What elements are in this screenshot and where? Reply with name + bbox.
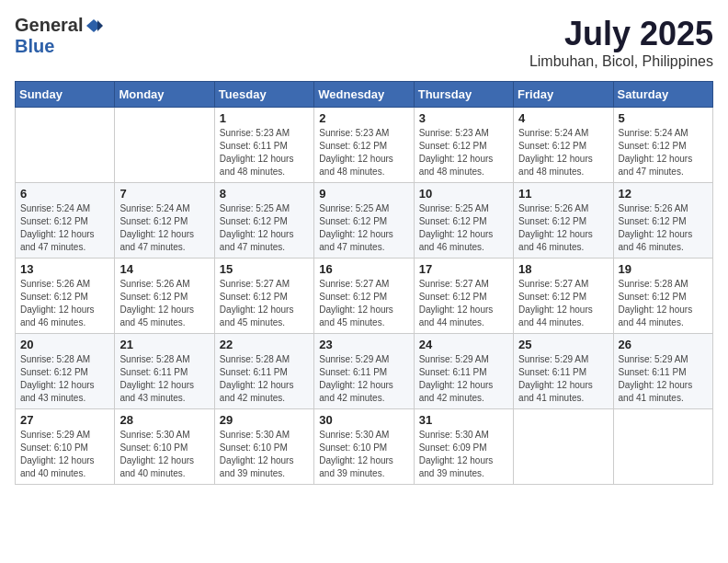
- day-number: 16: [319, 262, 408, 276]
- sunrise-text: Sunrise: 5:26 AM: [119, 278, 209, 291]
- day-info: Sunrise: 5:26 AM Sunset: 6:12 PM Dayligh…: [119, 278, 209, 329]
- day-info: Sunrise: 5:29 AM Sunset: 6:11 PM Dayligh…: [518, 353, 608, 405]
- table-row: 8 Sunrise: 5:25 AM Sunset: 6:12 PM Dayli…: [214, 183, 313, 259]
- daylight-text: Daylight: 12 hours and 48 minutes.: [419, 153, 508, 178]
- page-header: General Blue July 2025 Limbuhan, Bicol, …: [15, 15, 713, 70]
- table-row: 30 Sunrise: 5:30 AM Sunset: 6:10 PM Dayl…: [314, 409, 414, 485]
- col-saturday: Saturday: [613, 82, 712, 108]
- sunset-text: Sunset: 6:12 PM: [220, 215, 309, 228]
- sunset-text: Sunset: 6:12 PM: [20, 215, 109, 228]
- daylight-text: Daylight: 12 hours and 47 minutes.: [319, 228, 408, 254]
- day-number: 26: [619, 338, 708, 351]
- sunrise-text: Sunrise: 5:24 AM: [119, 202, 209, 215]
- table-row: 16 Sunrise: 5:27 AM Sunset: 6:12 PM Dayl…: [314, 259, 414, 334]
- col-sunday: Sunday: [16, 82, 115, 108]
- table-row: 13 Sunrise: 5:26 AM Sunset: 6:12 PM Dayl…: [16, 259, 115, 334]
- table-row: [613, 409, 712, 485]
- day-number: 17: [419, 262, 508, 276]
- calendar-header-row: Sunday Monday Tuesday Wednesday Thursday…: [16, 82, 713, 108]
- logo-general-text: General: [15, 15, 83, 36]
- sunset-text: Sunset: 6:12 PM: [419, 215, 508, 228]
- day-info: Sunrise: 5:24 AM Sunset: 6:12 PM Dayligh…: [518, 127, 608, 178]
- day-info: Sunrise: 5:30 AM Sunset: 6:10 PM Dayligh…: [220, 429, 309, 480]
- table-row: 22 Sunrise: 5:28 AM Sunset: 6:11 PM Dayl…: [214, 334, 313, 409]
- daylight-text: Daylight: 12 hours and 43 minutes.: [119, 379, 209, 405]
- sunrise-text: Sunrise: 5:24 AM: [619, 127, 708, 140]
- day-info: Sunrise: 5:29 AM Sunset: 6:11 PM Dayligh…: [619, 353, 708, 405]
- sunset-text: Sunset: 6:12 PM: [220, 291, 309, 304]
- daylight-text: Daylight: 12 hours and 48 minutes.: [518, 153, 608, 178]
- table-row: [514, 409, 613, 485]
- col-friday: Friday: [514, 82, 613, 108]
- sunset-text: Sunset: 6:12 PM: [419, 291, 508, 304]
- sunset-text: Sunset: 6:12 PM: [518, 140, 608, 153]
- table-row: 7 Sunrise: 5:24 AM Sunset: 6:12 PM Dayli…: [115, 183, 214, 259]
- sunrise-text: Sunrise: 5:23 AM: [319, 127, 408, 140]
- day-number: 21: [119, 338, 209, 351]
- daylight-text: Daylight: 12 hours and 39 minutes.: [220, 454, 309, 480]
- daylight-text: Daylight: 12 hours and 44 minutes.: [518, 304, 608, 329]
- daylight-text: Daylight: 12 hours and 47 minutes.: [20, 228, 109, 254]
- day-number: 5: [619, 111, 708, 125]
- sunrise-text: Sunrise: 5:28 AM: [619, 278, 708, 291]
- table-row: 23 Sunrise: 5:29 AM Sunset: 6:11 PM Dayl…: [314, 334, 414, 409]
- logo-flag-icon: [85, 18, 103, 33]
- day-number: 1: [220, 111, 309, 125]
- table-row: 21 Sunrise: 5:28 AM Sunset: 6:11 PM Dayl…: [115, 334, 214, 409]
- logo-blue-text: Blue: [15, 36, 54, 57]
- table-row: 29 Sunrise: 5:30 AM Sunset: 6:10 PM Dayl…: [214, 409, 313, 485]
- day-number: 19: [619, 262, 708, 276]
- table-row: 14 Sunrise: 5:26 AM Sunset: 6:12 PM Dayl…: [115, 259, 214, 334]
- sunset-text: Sunset: 6:12 PM: [619, 215, 708, 228]
- day-info: Sunrise: 5:29 AM Sunset: 6:11 PM Dayligh…: [319, 353, 408, 405]
- day-number: 28: [119, 413, 209, 427]
- daylight-text: Daylight: 12 hours and 46 minutes.: [419, 228, 508, 254]
- sunrise-text: Sunrise: 5:25 AM: [319, 202, 408, 215]
- day-number: 24: [419, 338, 508, 351]
- sunset-text: Sunset: 6:12 PM: [119, 291, 209, 304]
- daylight-text: Daylight: 12 hours and 41 minutes.: [619, 379, 708, 405]
- calendar-table: Sunday Monday Tuesday Wednesday Thursday…: [15, 81, 713, 485]
- day-info: Sunrise: 5:25 AM Sunset: 6:12 PM Dayligh…: [220, 202, 309, 254]
- day-number: 22: [220, 338, 309, 351]
- sunrise-text: Sunrise: 5:30 AM: [220, 429, 309, 442]
- table-row: 2 Sunrise: 5:23 AM Sunset: 6:12 PM Dayli…: [314, 108, 414, 183]
- col-thursday: Thursday: [414, 82, 513, 108]
- day-info: Sunrise: 5:30 AM Sunset: 6:09 PM Dayligh…: [419, 429, 508, 480]
- sunrise-text: Sunrise: 5:24 AM: [518, 127, 608, 140]
- sunrise-text: Sunrise: 5:27 AM: [220, 278, 309, 291]
- daylight-text: Daylight: 12 hours and 48 minutes.: [220, 153, 309, 178]
- sunrise-text: Sunrise: 5:30 AM: [119, 429, 209, 442]
- day-info: Sunrise: 5:27 AM Sunset: 6:12 PM Dayligh…: [518, 278, 608, 329]
- table-row: 19 Sunrise: 5:28 AM Sunset: 6:12 PM Dayl…: [613, 259, 712, 334]
- table-row: 3 Sunrise: 5:23 AM Sunset: 6:12 PM Dayli…: [414, 108, 513, 183]
- day-info: Sunrise: 5:23 AM Sunset: 6:12 PM Dayligh…: [419, 127, 508, 178]
- sunrise-text: Sunrise: 5:29 AM: [619, 353, 708, 366]
- daylight-text: Daylight: 12 hours and 42 minutes.: [319, 379, 408, 405]
- sunrise-text: Sunrise: 5:27 AM: [419, 278, 508, 291]
- sunrise-text: Sunrise: 5:25 AM: [220, 202, 309, 215]
- sunset-text: Sunset: 6:11 PM: [518, 366, 608, 379]
- day-info: Sunrise: 5:24 AM Sunset: 6:12 PM Dayligh…: [20, 202, 109, 254]
- day-number: 10: [419, 187, 508, 201]
- sunrise-text: Sunrise: 5:29 AM: [319, 353, 408, 366]
- table-row: 10 Sunrise: 5:25 AM Sunset: 6:12 PM Dayl…: [414, 183, 513, 259]
- sunset-text: Sunset: 6:12 PM: [518, 215, 608, 228]
- sunrise-text: Sunrise: 5:23 AM: [419, 127, 508, 140]
- sunset-text: Sunset: 6:12 PM: [619, 140, 708, 153]
- daylight-text: Daylight: 12 hours and 47 minutes.: [119, 228, 209, 254]
- sunset-text: Sunset: 6:12 PM: [119, 215, 209, 228]
- table-row: 5 Sunrise: 5:24 AM Sunset: 6:12 PM Dayli…: [613, 108, 712, 183]
- sunset-text: Sunset: 6:11 PM: [319, 366, 408, 379]
- daylight-text: Daylight: 12 hours and 40 minutes.: [119, 454, 209, 480]
- daylight-text: Daylight: 12 hours and 42 minutes.: [220, 379, 309, 405]
- day-info: Sunrise: 5:28 AM Sunset: 6:11 PM Dayligh…: [119, 353, 209, 405]
- day-info: Sunrise: 5:29 AM Sunset: 6:11 PM Dayligh…: [419, 353, 508, 405]
- sunset-text: Sunset: 6:11 PM: [220, 366, 309, 379]
- sunset-text: Sunset: 6:10 PM: [319, 442, 408, 454]
- sunrise-text: Sunrise: 5:27 AM: [518, 278, 608, 291]
- day-info: Sunrise: 5:29 AM Sunset: 6:10 PM Dayligh…: [20, 429, 109, 480]
- daylight-text: Daylight: 12 hours and 40 minutes.: [20, 454, 109, 480]
- sunset-text: Sunset: 6:12 PM: [419, 140, 508, 153]
- day-number: 8: [220, 187, 309, 201]
